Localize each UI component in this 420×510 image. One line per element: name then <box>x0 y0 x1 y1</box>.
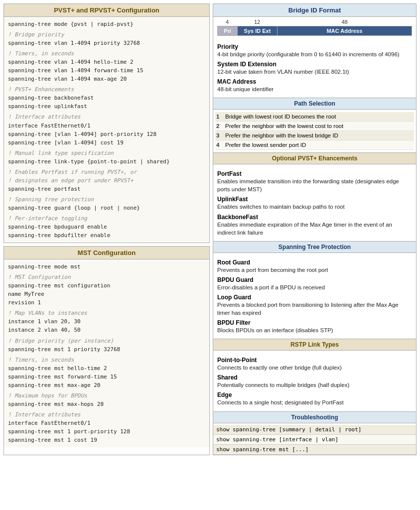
path-item: 2Prefer the neighbor with the lowest cos… <box>215 122 414 131</box>
rstp-link-header: RSTP Link Types <box>213 339 416 351</box>
code-comment: ! PVST+ Enhancements <box>8 85 205 94</box>
code-line: spanning-tree mst 1 cost 19 <box>8 436 205 444</box>
info-term: PortFast <box>217 170 412 177</box>
code-line: spanning-tree guard {loop | root | none} <box>8 204 205 212</box>
ts-command: show spanning-tree [summary | detail | r… <box>213 425 416 435</box>
stp-protection-fields: Root GuardPrevents a port from becoming … <box>213 255 416 337</box>
code-comment: ! designates an edge port under RPVST+ <box>8 176 205 185</box>
info-desc: Enables immediate transition into the fo… <box>217 177 412 193</box>
info-term: Root Guard <box>217 259 412 266</box>
path-num: 3 <box>216 132 225 138</box>
path-item: 4Prefer the lowest sender port ID <box>215 140 414 150</box>
mac-bar: MAC Address <box>278 26 412 35</box>
code-line: interface FastEthernet0/1 <box>8 122 205 130</box>
code-comment: ! Maximum hops for BPDUs <box>8 391 205 400</box>
info-desc: 48-bit unique identifier <box>217 85 412 93</box>
code-comment: ! Map VLANs to instances <box>8 309 205 317</box>
path-num: 1 <box>216 114 225 120</box>
code-line: spanning-tree vlan 1-4094 hello-time 2 <box>8 58 205 66</box>
code-comment: ! Bridge priority (per instance) <box>8 337 205 345</box>
ts-command: show spanning-tree mst [...] <box>213 445 416 455</box>
path-text: Bridge with lowest root ID becomes the r… <box>225 114 336 120</box>
code-line: instance 2 vlan 40, 50 <box>8 326 205 334</box>
bridge-id-fields: Priority4-bit bridge priority (configura… <box>213 39 416 96</box>
mst-panel: MST Configuration spanning-tree mode mst… <box>3 246 210 455</box>
info-desc: Enables switches to maintain backup path… <box>217 203 412 211</box>
code-line: spanning-tree mode mst <box>8 262 205 271</box>
info-desc: 12-bit value taken from VLAN number (IEE… <box>217 68 412 76</box>
info-desc: Prevents a port from becoming the root p… <box>217 266 412 274</box>
path-num: 2 <box>216 123 225 129</box>
code-line: spanning-tree vlan 1-4094 max-age 20 <box>8 75 205 83</box>
code-line: spanning-tree mst 1 port-priority 128 <box>8 427 205 436</box>
col-48-label: 48 <box>277 19 412 25</box>
pri-bar: Pri <box>218 26 238 35</box>
code-line: spanning-tree portfast <box>8 185 205 193</box>
code-line: spanning-tree [vlan 1-4094] port-priorit… <box>8 130 205 138</box>
path-text: Prefer the neighbor with the lowest cost… <box>225 123 343 129</box>
code-line: spanning-tree mst hello-time 2 <box>8 364 205 373</box>
path-item: 1Bridge with lowest root ID becomes the … <box>215 112 414 122</box>
pvst-code-block: spanning-tree mode {pvst | rapid-pvst}! … <box>4 17 209 243</box>
code-comment: ! MST Configuration <box>8 273 205 281</box>
code-comment: ! Bridge priority <box>8 30 205 39</box>
code-line: interface FastEthernet0/1 <box>8 419 205 427</box>
code-comment: ! Interface attributes <box>8 113 205 121</box>
info-desc: Blocks BPDUs on an interface (disables S… <box>217 326 412 334</box>
code-comment: ! Timers, in seconds <box>8 356 205 364</box>
path-num: 4 <box>216 142 225 148</box>
sys-id-bar: Sys ID Ext <box>238 26 278 35</box>
bridge-id-bars: Pri Sys ID Ext MAC Address <box>217 26 412 36</box>
info-term: Point-to-Point <box>217 357 412 364</box>
bridge-id-col-labels: 4 12 48 <box>213 17 416 25</box>
path-text: Prefer the lowest sender port ID <box>225 142 306 148</box>
mst-code-block: spanning-tree mode mst! MST Configuratio… <box>4 259 209 447</box>
path-item: 3Prefer the neighbor with the lowest bri… <box>215 131 414 140</box>
ts-command: show spanning-tree [interface | vlan] <box>213 435 416 445</box>
code-line: spanning-tree vlan 1-4094 priority 32768 <box>8 39 205 47</box>
code-line: spanning-tree link-type {point-to-point … <box>8 157 205 166</box>
code-comment: ! Timers, in seconds <box>8 49 205 58</box>
info-desc: Prevents a blocked port from transitioni… <box>217 301 412 317</box>
code-comment: ! Enables PortFast if running PVST+, or <box>8 168 205 176</box>
code-line: revision 1 <box>8 298 205 307</box>
bridge-id-panel: Bridge ID Format 4 12 48 Pri Sys ID Ext … <box>213 3 417 455</box>
code-line: spanning-tree [vlan 1-4094] cost 19 <box>8 138 205 147</box>
stp-protection-header: Spanning Tree Protection <box>213 241 416 253</box>
col-4-label: 4 <box>217 19 237 25</box>
code-comment: ! Per-interface toggling <box>8 214 205 223</box>
code-comment: ! Manual link type specification <box>8 149 205 157</box>
info-desc: Connects to exactly one other bridge (fu… <box>217 364 412 372</box>
code-line: spanning-tree uplinkfast <box>8 102 205 111</box>
info-desc: Connects to a single host; designated by… <box>217 398 412 406</box>
pvst-panel-title: PVST+ and RPVST+ Configuration <box>4 4 209 17</box>
info-desc: Enables immediate expiration of the Max … <box>217 221 412 237</box>
col-12-label: 12 <box>237 19 277 25</box>
info-desc: Error-disables a port if a BPDU is recei… <box>217 283 412 291</box>
info-term: BPDU Filter <box>217 319 412 326</box>
path-text: Prefer the neighbor with the lowest brid… <box>225 132 338 138</box>
code-line: spanning-tree mst configuration <box>8 281 205 290</box>
mst-panel-title: MST Configuration <box>4 247 209 259</box>
optional-pvst-fields: PortFastEnables immediate transition int… <box>213 166 416 239</box>
code-line: name MyTree <box>8 290 205 298</box>
info-term: BPDU Guard <box>217 276 412 283</box>
info-desc: 4-bit bridge priority (configurable from… <box>217 50 412 58</box>
code-line: spanning-tree mst max-hops 20 <box>8 400 205 408</box>
code-line: spanning-tree bpdufilter enable <box>8 231 205 240</box>
troubleshooting-commands: show spanning-tree [summary | detail | r… <box>213 425 416 455</box>
code-line: spanning-tree mst forward-time 15 <box>8 373 205 381</box>
code-line: spanning-tree backbonefast <box>8 94 205 102</box>
info-term: BackboneFast <box>217 214 412 221</box>
info-term: Loop Guard <box>217 294 412 301</box>
info-term: MAC Address <box>217 78 412 85</box>
rstp-link-fields: Point-to-PointConnects to exactly one ot… <box>213 352 416 409</box>
code-line: spanning-tree mst max-age 20 <box>8 381 205 389</box>
info-desc: Potentially connects to multiple bridges… <box>217 381 412 389</box>
code-line: spanning-tree bpduguard enable <box>8 223 205 231</box>
pvst-panel: PVST+ and RPVST+ Configuration spanning-… <box>3 3 210 243</box>
code-comment: ! Spanning tree protection <box>8 195 205 204</box>
code-line: spanning-tree mode {pvst | rapid-pvst} <box>8 20 205 28</box>
code-line: spanning-tree mst 1 priority 32768 <box>8 345 205 354</box>
info-term: System ID Extension <box>217 61 412 68</box>
